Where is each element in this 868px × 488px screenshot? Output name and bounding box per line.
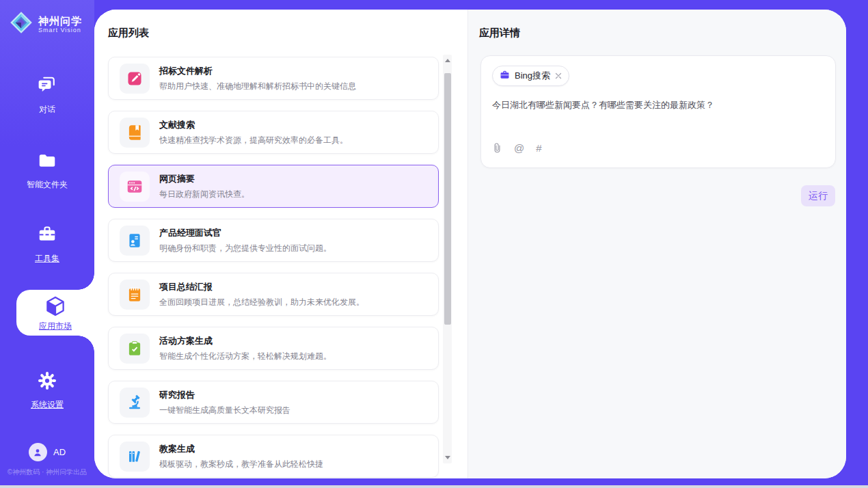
sidebar-item-chat[interactable]: 对话 <box>0 75 94 116</box>
app-card-event-plan[interactable]: 活动方案生成 智能生成个性化活动方案，轻松解决规划难题。 <box>108 327 439 370</box>
app-desc: 全面回顾项目进展，总结经验教训，助力未来优化发展。 <box>159 297 364 308</box>
app-title: 招标文件解析 <box>159 65 356 77</box>
app-title: 活动方案生成 <box>159 335 331 347</box>
bottom-strip <box>0 485 868 488</box>
briefcase-icon <box>500 70 510 83</box>
paperclip-icon[interactable] <box>492 142 502 154</box>
app-title: 教案生成 <box>159 443 323 455</box>
app-desc: 快速精准查找学术资源，提高研究效率的必备工具。 <box>159 135 348 146</box>
app-card-research-report[interactable]: 研究报告 一键智能生成高质量长文本研究报告 <box>108 381 439 424</box>
brand-tagline: Smart Vision <box>38 27 82 33</box>
chat-icon <box>0 75 94 98</box>
scroll-down-arrow-icon[interactable] <box>443 453 452 462</box>
sidebar: 神州问学 Smart Vision 对话 智能文件夹 <box>0 0 94 485</box>
app-detail-title: 应用详情 <box>479 27 520 40</box>
tool-chip-bing-search[interactable]: Bing搜索 <box>492 66 569 86</box>
scrollbar-thumb[interactable] <box>444 73 451 325</box>
user-initials: AD <box>53 447 66 457</box>
folder-icon <box>0 150 94 174</box>
app-title: 文献搜索 <box>159 119 348 131</box>
resume-icon <box>120 226 150 256</box>
toolbox-icon <box>0 224 94 247</box>
brand-logo: 神州问学 Smart Vision <box>8 10 82 38</box>
prompt-query-text[interactable]: 今日湖北有哪些新闻要点？有哪些需要关注的最新政策？ <box>492 98 824 111</box>
app-title: 研究报告 <box>159 389 290 401</box>
app-card-lesson-plan[interactable]: 教案生成 模板驱动，教案秒成，教学准备从此轻松快捷 <box>108 435 439 478</box>
sidebar-item-smart-folder[interactable]: 智能文件夹 <box>0 150 94 191</box>
sidebar-item-label: 应用市场 <box>39 321 72 331</box>
brand-name: 神州问学 <box>38 15 82 27</box>
composer-toolbar: @ # <box>492 142 542 154</box>
pen-square-icon <box>120 64 150 94</box>
diamond-logo-icon <box>8 10 34 38</box>
sidebar-item-label: 对话 <box>39 105 55 114</box>
app-desc: 帮助用户快速、准确地理解和解析招标书中的关键信息 <box>159 81 356 92</box>
app-title: 项目总结汇报 <box>159 281 364 293</box>
clipboard-check-icon <box>120 334 150 364</box>
app-desc: 明确身份和职责，为您提供专业性的面试问题。 <box>159 243 331 254</box>
sidebar-item-system-settings[interactable]: 系统设置 <box>0 370 94 411</box>
app-list-title: 应用列表 <box>108 27 149 40</box>
app-desc: 智能生成个性化活动方案，轻松解决规划难题。 <box>159 351 331 362</box>
prompt-input[interactable]: Bing搜索 今日湖北有哪些新闻要点？有哪些需要关注的最新政策？ @ # <box>480 55 836 168</box>
gear-icon <box>0 370 94 394</box>
notepad-icon <box>120 280 150 310</box>
sidebar-item-label: 系统设置 <box>31 400 64 409</box>
cube-icon <box>44 295 67 318</box>
sidebar-item-label: 智能文件夹 <box>27 180 68 189</box>
user-account[interactable]: AD <box>0 443 94 461</box>
at-mention-icon[interactable]: @ <box>514 143 524 154</box>
main-window: 应用列表 招标文件解析 帮助用户快速、准确地理解和解析招标书中的关键信息 <box>94 10 846 478</box>
scroll-up-arrow-icon[interactable] <box>443 56 452 65</box>
browser-code-icon <box>120 172 150 202</box>
run-button[interactable]: 运行 <box>801 185 835 206</box>
app-detail-panel: 应用详情 Bing搜索 今日湖北有哪些新闻要点？有哪些需要关注的最 <box>467 10 846 478</box>
bubble-corner-bottom <box>78 336 94 352</box>
copyright-text: ©神州数码 · 神州问学出品 <box>0 467 94 477</box>
bubble-corner-top <box>78 273 94 290</box>
tool-chip-label: Bing搜索 <box>515 70 550 82</box>
sidebar-item-app-market[interactable]: 应用市场 <box>16 290 94 336</box>
sidebar-item-label: 工具集 <box>35 254 59 263</box>
app-card-bid-document-analysis[interactable]: 招标文件解析 帮助用户快速、准确地理解和解析招标书中的关键信息 <box>108 57 439 100</box>
close-icon[interactable] <box>555 72 562 79</box>
app-desc: 每日政府新闻资讯快查。 <box>159 189 249 200</box>
app-title: 网页摘要 <box>159 173 249 185</box>
app-card-pm-interviewer[interactable]: 产品经理面试官 明确身份和职责，为您提供专业性的面试问题。 <box>108 219 439 262</box>
app-list-scrollbar[interactable] <box>443 55 452 463</box>
books-icon <box>120 442 150 472</box>
avatar <box>29 443 47 461</box>
app-desc: 一键智能生成高质量长文本研究报告 <box>159 405 290 416</box>
app-title: 产品经理面试官 <box>159 227 331 239</box>
sidebar-item-toolset[interactable]: 工具集 <box>0 224 94 265</box>
app-cards: 招标文件解析 帮助用户快速、准确地理解和解析招标书中的关键信息 文献搜索 <box>108 57 439 478</box>
app-desc: 模板驱动，教案秒成，教学准备从此轻松快捷 <box>159 459 323 470</box>
app-list-panel: 应用列表 招标文件解析 帮助用户快速、准确地理解和解析招标书中的关键信息 <box>94 10 467 478</box>
hash-topic-icon[interactable]: # <box>536 143 541 154</box>
app-card-literature-search[interactable]: 文献搜索 快速精准查找学术资源，提高研究效率的必备工具。 <box>108 111 439 154</box>
book-icon <box>120 118 150 148</box>
app-card-project-summary[interactable]: 项目总结汇报 全面回顾项目进展，总结经验教训，助力未来优化发展。 <box>108 273 439 316</box>
app-card-webpage-summary[interactable]: 网页摘要 每日政府新闻资讯快查。 <box>108 165 439 208</box>
microscope-icon <box>120 388 150 418</box>
